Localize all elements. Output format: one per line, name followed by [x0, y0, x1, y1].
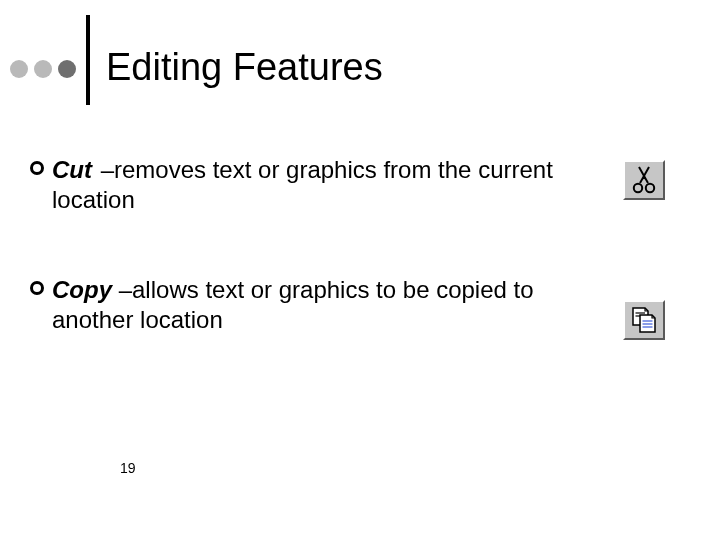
decor-dots [10, 60, 76, 78]
desc-copy: –allows text or graphics to be copied to… [52, 276, 534, 333]
copy-toolbar-button[interactable] [623, 300, 665, 340]
bullet-item-copy: Copy –allows text or graphics to be copi… [30, 275, 570, 335]
bullet-text: Cut –removes text or graphics from the c… [52, 155, 570, 215]
decor-dot [58, 60, 76, 78]
svg-point-3 [646, 184, 654, 192]
bullet-text: Copy –allows text or graphics to be copi… [52, 275, 570, 335]
decor-dot [34, 60, 52, 78]
slide-title: Editing Features [106, 46, 383, 89]
svg-point-2 [634, 184, 642, 192]
cut-toolbar-button[interactable] [623, 160, 665, 200]
term-cut: Cut [52, 156, 92, 183]
slide-header: Editing Features [10, 20, 383, 105]
bullet-marker [30, 161, 44, 175]
slide: Editing Features Cut –removes text or gr… [0, 0, 720, 540]
copy-pages-icon [629, 305, 659, 335]
page-number: 19 [120, 460, 136, 476]
slide-body: Cut –removes text or graphics from the c… [30, 155, 570, 335]
term-copy: Copy [52, 276, 112, 303]
decor-vline [86, 15, 90, 105]
bullet-marker [30, 281, 44, 295]
scissors-icon [631, 165, 657, 195]
desc-cut: –removes text or graphics from the curre… [52, 156, 553, 213]
svg-point-4 [643, 177, 645, 179]
decor-dot [10, 60, 28, 78]
bullet-item-cut: Cut –removes text or graphics from the c… [30, 155, 570, 215]
